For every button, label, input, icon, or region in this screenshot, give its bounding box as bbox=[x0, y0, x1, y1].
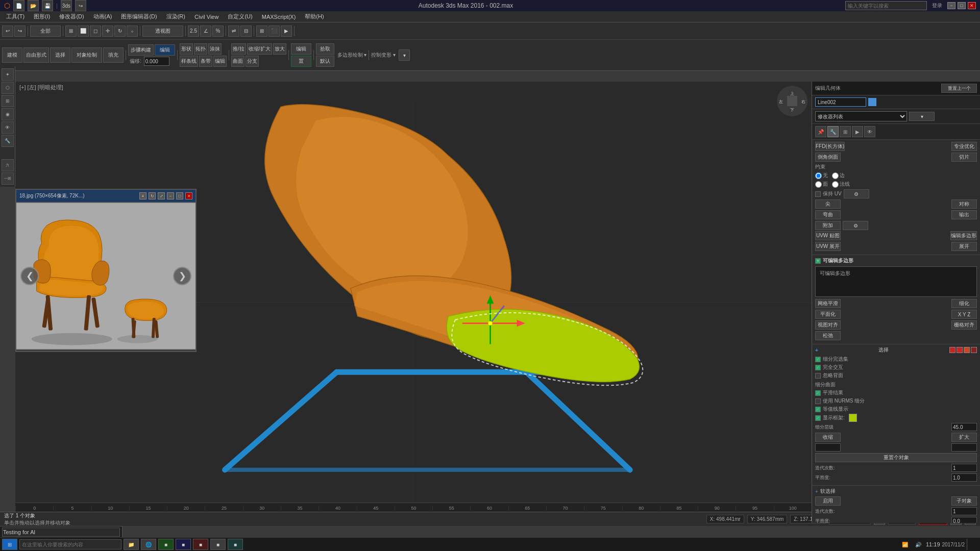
align-btn[interactable]: 对称 bbox=[951, 199, 977, 209]
shape-btn[interactable]: 形状 bbox=[180, 43, 193, 55]
relax-btn[interactable]: 松弛 bbox=[815, 331, 841, 340]
iso-line-checkbox[interactable]: ✓ bbox=[815, 407, 821, 412]
soft-iter-input[interactable] bbox=[951, 507, 977, 515]
edge-dist-input2[interactable] bbox=[951, 443, 977, 452]
edit-uvw-btn[interactable]: 编辑多边形 bbox=[950, 231, 977, 240]
menu-tools[interactable]: 工具(T) bbox=[2, 12, 29, 21]
freeform-mode-btn[interactable]: 自由形式 bbox=[23, 47, 49, 63]
select-mode-btn[interactable]: 选择 bbox=[50, 47, 70, 63]
sub-btn1[interactable]: 步骤构建 bbox=[128, 44, 154, 56]
radio-none-label[interactable]: 无 bbox=[815, 172, 828, 179]
taskbar-browser[interactable]: 🌐 bbox=[141, 539, 156, 550]
open-file-btn[interactable]: 📂 bbox=[28, 0, 39, 11]
cut-btn[interactable]: 切片 bbox=[951, 153, 977, 162]
add-btn[interactable]: 附加 bbox=[815, 221, 841, 230]
mirror-btn[interactable]: ⇌ bbox=[228, 26, 239, 37]
rp-icon-pin[interactable]: 📌 bbox=[815, 126, 826, 137]
sel-subset-checkbox[interactable]: ✓ bbox=[815, 357, 821, 362]
render-btn[interactable]: ▶ bbox=[281, 26, 292, 37]
scale-btn[interactable]: ⬦ bbox=[127, 26, 138, 37]
sidebar-modify-icon[interactable]: ⬡ bbox=[2, 82, 14, 94]
taskbar-app1[interactable]: ■ bbox=[158, 539, 174, 550]
sidebar-extra2-icon[interactable]: 一效 bbox=[2, 172, 14, 185]
xyz-btn[interactable]: X Y Z bbox=[951, 310, 977, 319]
smooth-btn[interactable]: 编辑 bbox=[213, 56, 227, 67]
ref-coord-btn[interactable]: 透视图 bbox=[142, 26, 183, 37]
show-cage-checkbox[interactable]: ✓ bbox=[815, 415, 821, 421]
taskbar-app2[interactable]: ■ bbox=[176, 539, 191, 550]
rp-icon-hier[interactable]: ⊞ bbox=[840, 126, 851, 137]
radio-normal[interactable] bbox=[832, 181, 839, 188]
output-btn[interactable]: 输出 bbox=[951, 210, 977, 219]
script-input[interactable] bbox=[2, 528, 120, 537]
edit-poly-expand-checkbox[interactable]: ▼ bbox=[815, 258, 821, 264]
mesh-smooth-btn[interactable]: 网格平滑 bbox=[815, 299, 841, 308]
shrink-btn[interactable]: 收缩 bbox=[815, 433, 841, 442]
iv-menu-btn[interactable]: ≡ bbox=[139, 192, 146, 199]
pick-btn[interactable]: 拾取 bbox=[316, 43, 334, 55]
rp-icon-display[interactable]: 👁 bbox=[864, 126, 875, 137]
image-viewer[interactable]: 18.jpg (750×654像素, 72K...) ≡ ↻ ⤢ − □ ✕ bbox=[15, 189, 197, 352]
flatten-btn[interactable]: 平面化 bbox=[815, 310, 841, 319]
redo-btn[interactable]: ↪ bbox=[75, 0, 86, 11]
ignore-bg-checkbox[interactable] bbox=[815, 373, 821, 379]
threshold-input[interactable] bbox=[951, 423, 977, 431]
edge-chamfer-btn[interactable]: 倒角倒面 bbox=[815, 153, 841, 162]
sidebar-extra1-icon[interactable]: 力 bbox=[2, 159, 14, 171]
sharp-btn[interactable]: 尖 bbox=[815, 199, 841, 209]
menu-maxscript[interactable]: MAXScript(X) bbox=[258, 13, 300, 21]
radio-normal-label[interactable]: 法线 bbox=[832, 181, 850, 188]
obj-paint-btn[interactable]: 对象绘制 bbox=[71, 47, 102, 63]
strip-btn[interactable]: 条带 bbox=[199, 56, 212, 67]
minimize-btn[interactable]: − bbox=[947, 2, 955, 9]
show-desktop-btn[interactable] bbox=[967, 539, 978, 550]
modifier-color-swatch[interactable] bbox=[868, 98, 876, 106]
snap-btn[interactable]: 2.5 bbox=[188, 26, 199, 37]
menu-civil[interactable]: Civil View bbox=[190, 13, 223, 21]
poly-list-item[interactable]: 可编辑多边形 bbox=[818, 269, 974, 278]
sel-color2[interactable] bbox=[957, 347, 963, 353]
menu-graph-editor[interactable]: 图形编辑器(D) bbox=[117, 12, 161, 21]
reset-individual-btn[interactable]: 重置个对象 bbox=[815, 453, 977, 462]
iterations-input[interactable] bbox=[951, 464, 977, 472]
soft-angle-input[interactable] bbox=[951, 517, 977, 523]
next-image-btn[interactable]: ❯ bbox=[173, 267, 191, 285]
mod-list-expand-btn[interactable]: ▾ bbox=[909, 112, 935, 121]
sample-btn[interactable]: 样条线 bbox=[180, 56, 198, 67]
refine-btn[interactable]: 细化 bbox=[951, 299, 977, 308]
sidebar-utils-icon[interactable]: 🔧 bbox=[2, 135, 14, 147]
taskbar-app3[interactable]: ■ bbox=[193, 539, 208, 550]
offset-input[interactable] bbox=[144, 57, 169, 66]
modifier-list-select[interactable]: 修改器列表 bbox=[815, 111, 907, 121]
redo-toolbar-btn[interactable]: ↪ bbox=[14, 26, 26, 37]
open-btn[interactable]: 展开 bbox=[951, 242, 977, 251]
sidebar-hier-icon[interactable]: ⊞ bbox=[2, 95, 14, 107]
login-label[interactable]: 登录 bbox=[929, 2, 945, 9]
push-pull-btn[interactable]: 推/拉 bbox=[231, 43, 246, 55]
edge-dist-input1[interactable] bbox=[815, 443, 841, 452]
iv-minimize-btn[interactable]: − bbox=[167, 192, 174, 199]
cage-color-swatch[interactable] bbox=[849, 414, 857, 422]
curve-btn[interactable]: 曲面 bbox=[231, 56, 244, 67]
render-setup-btn[interactable]: ⬛ bbox=[268, 26, 280, 37]
radio-edge-label[interactable]: 边 bbox=[832, 172, 845, 179]
paint-btn[interactable]: 涂抹 bbox=[208, 43, 222, 55]
menu-graph[interactable]: 图形(I) bbox=[30, 12, 54, 21]
select-obj-btn[interactable]: 全部 bbox=[30, 26, 61, 37]
extrude-btn[interactable]: 拓扑 bbox=[194, 43, 207, 55]
sidebar-display-icon[interactable]: 👁 bbox=[2, 121, 14, 134]
uvw-xform-btn[interactable]: UVW 展开 bbox=[815, 242, 841, 251]
prev-image-btn[interactable]: ❮ bbox=[20, 267, 39, 285]
rp-icon-motion[interactable]: ▶ bbox=[852, 126, 863, 137]
sel-color4[interactable] bbox=[971, 347, 977, 353]
radio-edge[interactable] bbox=[832, 172, 839, 179]
rp-icon-modify[interactable]: 🔧 bbox=[827, 126, 839, 137]
menu-custom[interactable]: 自定义(U) bbox=[224, 12, 256, 21]
ctrl-xform-btn[interactable]: ▾ bbox=[399, 49, 410, 61]
undo-toolbar-btn[interactable]: ↩ bbox=[2, 26, 13, 37]
iv-restore-btn[interactable]: □ bbox=[176, 192, 183, 199]
pick2-btn[interactable]: 默认 bbox=[316, 56, 334, 67]
view-align-btn[interactable]: 视图对齐 bbox=[815, 320, 841, 330]
menu-animate[interactable]: 动画(A) bbox=[89, 12, 116, 21]
relax-zoom-btn[interactable]: 放大 bbox=[273, 43, 286, 55]
